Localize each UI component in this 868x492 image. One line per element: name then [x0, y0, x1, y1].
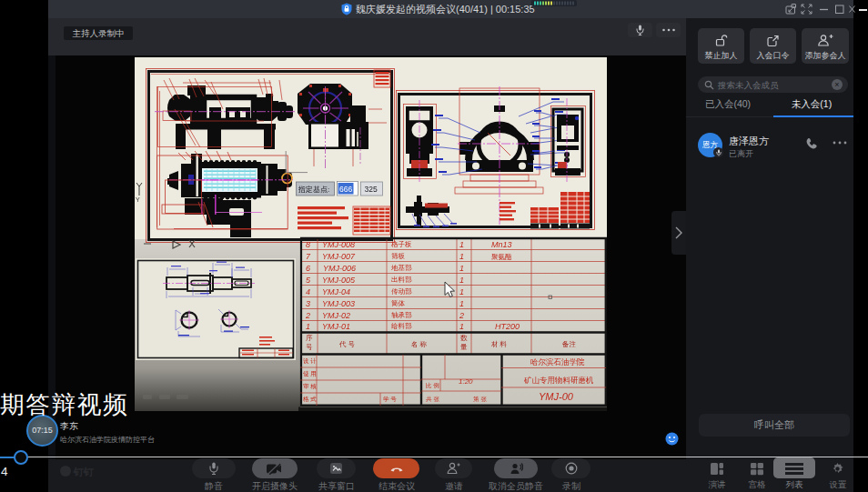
svg-text:地基部: 地基部	[390, 264, 412, 272]
svg-text:1:20: 1:20	[459, 377, 473, 386]
svg-text:YMJ-04: YMJ-04	[322, 287, 350, 296]
svg-text:1: 1	[459, 252, 464, 261]
svg-text:2: 2	[305, 311, 310, 320]
svg-text:号: 号	[306, 343, 313, 351]
svg-text:Y: Y	[136, 196, 140, 203]
svg-text:轴承部: 轴承部	[391, 311, 412, 319]
svg-text:哈尔滨石油学院: 哈尔滨石油学院	[530, 357, 585, 366]
svg-text:材 料: 材 料	[491, 340, 508, 348]
svg-text:出料部: 出料部	[391, 276, 412, 284]
svg-text:指定基点:: 指定基点:	[298, 186, 329, 194]
svg-text:序: 序	[306, 334, 313, 342]
svg-text:使 用: 使 用	[303, 370, 317, 377]
svg-text:给料部: 给料部	[391, 322, 412, 330]
svg-text:3: 3	[306, 299, 310, 308]
svg-text:审 核: 审 核	[303, 383, 317, 389]
svg-text:数: 数	[460, 334, 468, 342]
svg-text:共 张: 共 张	[426, 396, 439, 403]
svg-text:学 号: 学 号	[383, 396, 397, 402]
svg-text:1: 1	[306, 322, 310, 331]
svg-text:矿山专用物料研磨机: 矿山专用物料研磨机	[523, 376, 594, 385]
svg-text:325: 325	[365, 185, 378, 194]
svg-text:格子板: 格子板	[390, 240, 412, 248]
svg-text:1: 1	[459, 299, 464, 308]
svg-text:聚氨酯: 聚氨酯	[491, 253, 512, 261]
svg-text:YMJ-003: YMJ-003	[322, 299, 355, 308]
svg-text:YMJ-006: YMJ-006	[323, 264, 356, 273]
svg-text:筒体: 筒体	[391, 299, 406, 307]
svg-text:第 张: 第 张	[473, 396, 487, 403]
svg-text:筛板: 筛板	[391, 252, 406, 260]
svg-text:4: 4	[306, 287, 310, 296]
svg-text:YMJ-007: YMJ-007	[322, 252, 356, 261]
svg-text:YMJ-008: YMJ-008	[322, 240, 355, 249]
svg-text:格 式: 格 式	[302, 396, 317, 403]
svg-text:HT200: HT200	[495, 322, 520, 331]
svg-text:1: 1	[459, 287, 464, 296]
svg-text:比 例: 比 例	[426, 382, 439, 389]
svg-text:YMJ-005: YMJ-005	[322, 276, 356, 285]
svg-text:666: 666	[339, 185, 352, 194]
svg-text:YMJ-01: YMJ-01	[322, 322, 350, 331]
svg-text:1: 1	[459, 322, 464, 331]
svg-text:Mn13: Mn13	[491, 240, 512, 249]
svg-text:名 称: 名 称	[411, 340, 428, 348]
svg-text:1: 1	[459, 240, 464, 249]
svg-text:量: 量	[460, 343, 468, 351]
svg-text:YMJ-00: YMJ-00	[539, 391, 574, 402]
svg-text:8: 8	[306, 240, 310, 249]
svg-text:设 计: 设 计	[303, 357, 317, 364]
svg-text:6: 6	[306, 264, 310, 273]
svg-text:1: 1	[459, 264, 464, 273]
svg-text:2: 2	[459, 311, 464, 320]
svg-text:1: 1	[459, 276, 464, 285]
svg-text:YMJ-02: YMJ-02	[322, 311, 350, 320]
svg-text:备注: 备注	[562, 340, 577, 348]
svg-text:代 号: 代 号	[338, 340, 356, 348]
svg-text:传动部: 传动部	[391, 287, 412, 296]
